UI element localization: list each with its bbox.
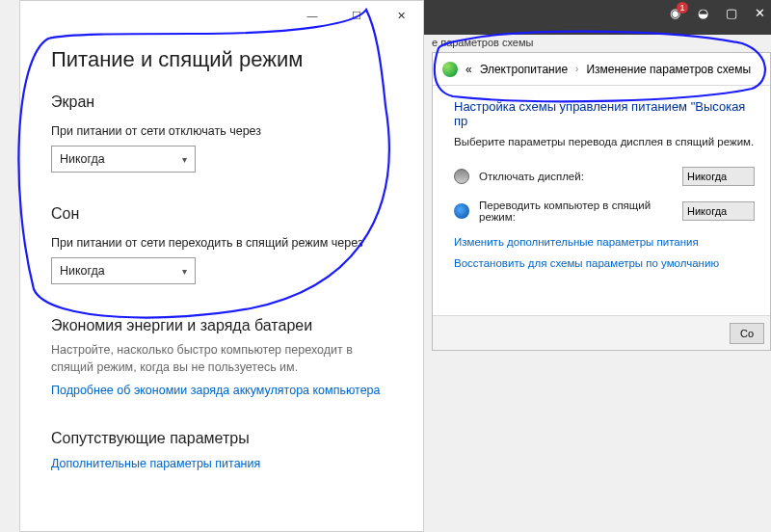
- minimize-button[interactable]: —: [290, 1, 334, 30]
- background-strip: ◉ ◒ ▢ ✕: [424, 0, 771, 35]
- select-screen-off[interactable]: Никогда ▾: [51, 146, 196, 173]
- window-restore-icon[interactable]: ▢: [726, 6, 737, 20]
- link-restore-defaults[interactable]: Восстановить для схемы параметры по умол…: [454, 257, 755, 269]
- breadcrumb[interactable]: « Электропитание › Изменение параметров …: [433, 53, 770, 86]
- save-button[interactable]: Со: [730, 323, 764, 344]
- user-icon[interactable]: ◒: [698, 6, 708, 20]
- row-sleep: Переводить компьютер в спящий режим: Ник…: [454, 200, 755, 223]
- breadcrumb-item-power[interactable]: Электропитание: [480, 63, 568, 76]
- window-close-icon[interactable]: ✕: [755, 6, 765, 20]
- label-sleep-after: При питании от сети переходить в спящий …: [51, 236, 392, 250]
- background-tab-caption: е параметров схемы: [432, 37, 533, 48]
- chevron-down-icon: ▾: [182, 154, 187, 165]
- row-display-off: Отключать дисплей: Никогда: [454, 167, 755, 186]
- select-display-off[interactable]: Никогда: [682, 167, 755, 186]
- battery-description: Настройте, насколько быстро компьютер пе…: [51, 342, 392, 376]
- select-sleep[interactable]: Никогда: [682, 201, 755, 221]
- dialog-footer: Со: [433, 315, 770, 350]
- notification-icon[interactable]: ◉: [670, 6, 680, 20]
- select-sleep-after-value: Никогда: [60, 264, 105, 278]
- settings-window: — ☐ ✕ Питание и спящий режим Экран При п…: [19, 0, 424, 532]
- control-panel-window: « Электропитание › Изменение параметров …: [432, 52, 771, 351]
- section-sleep-heading: Сон: [51, 205, 392, 223]
- select-screen-off-value: Никогда: [60, 152, 105, 166]
- link-advanced-power[interactable]: Изменить дополнительные параметры питани…: [454, 236, 755, 248]
- page-title: Питание и спящий режим: [51, 47, 392, 72]
- chevron-down-icon: ▾: [182, 266, 187, 277]
- page-subtitle: Выберите параметры перевода дисплея в сп…: [454, 136, 755, 147]
- titlebar: — ☐ ✕: [20, 1, 423, 30]
- label-screen-off: При питании от сети отключать через: [51, 124, 392, 138]
- label-display-off: Отключать дисплей:: [479, 171, 682, 182]
- page-title: Настройка схемы управления питанием "Выс…: [454, 99, 755, 128]
- select-sleep-after[interactable]: Никогда ▾: [51, 257, 196, 284]
- breadcrumb-item-edit-plan[interactable]: Изменение параметров схемы: [586, 63, 751, 76]
- chevron-right-icon: ›: [575, 64, 578, 74]
- link-additional-power[interactable]: Дополнительные параметры питания: [51, 457, 392, 470]
- display-icon: [454, 169, 469, 184]
- label-sleep: Переводить компьютер в спящий режим:: [479, 200, 682, 223]
- link-battery-info[interactable]: Подробнее об экономии заряда аккумулятор…: [51, 384, 392, 397]
- section-screen-heading: Экран: [51, 93, 392, 111]
- sleep-icon: [454, 203, 469, 219]
- power-icon: [442, 62, 458, 77]
- section-related-heading: Сопутствующие параметры: [51, 430, 392, 447]
- close-button[interactable]: ✕: [379, 1, 423, 30]
- breadcrumb-back[interactable]: «: [465, 63, 472, 76]
- maximize-button[interactable]: ☐: [334, 1, 379, 30]
- section-battery-heading: Экономия энергии и заряда батареи: [51, 317, 392, 334]
